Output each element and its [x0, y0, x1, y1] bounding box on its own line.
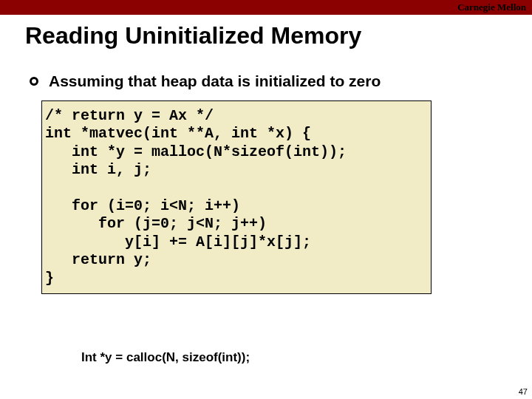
slide: Carnegie Mellon Reading Uninitialized Me…: [0, 0, 532, 399]
bullet-text: Assuming that heap data is initialized t…: [49, 72, 381, 90]
brand-label: Carnegie Mellon: [457, 1, 526, 13]
code-block: /* return y = Ax */ int *matvec(int **A,…: [45, 107, 428, 287]
header-bar: [0, 0, 532, 15]
fix-caption: Int *y = calloc(N, sizeof(int));: [81, 350, 250, 365]
code-box: /* return y = Ax */ int *matvec(int **A,…: [41, 100, 432, 294]
slide-title: Reading Uninitialized Memory: [25, 22, 361, 50]
bullet-icon: [30, 77, 38, 86]
page-number: 47: [519, 387, 528, 396]
bullet-row: Assuming that heap data is initialized t…: [30, 72, 381, 90]
